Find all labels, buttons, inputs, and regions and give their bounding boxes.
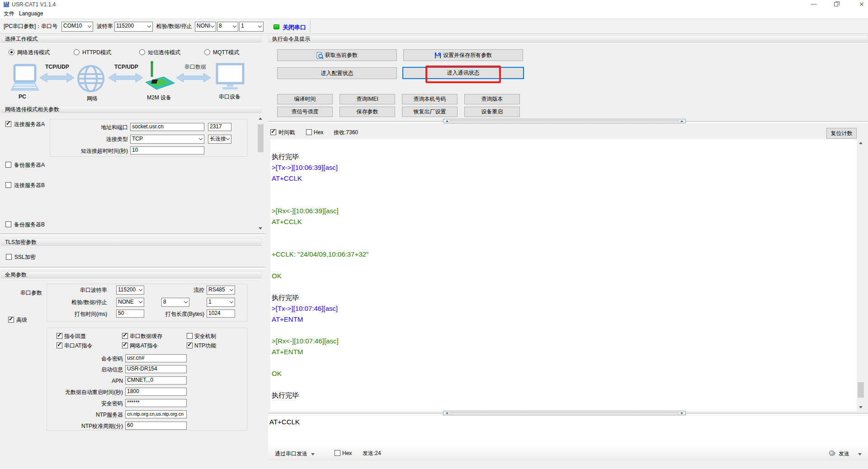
cb-serial-at[interactable] — [57, 342, 62, 348]
ssl-checkbox[interactable] — [6, 254, 12, 260]
splitter-bottom-handle[interactable] — [443, 411, 686, 415]
server-b-checkbox[interactable] — [5, 182, 11, 188]
reset-count-button[interactable]: 复位计数 — [826, 128, 857, 139]
radio-mqtt-mode-label[interactable]: MQTT模式 — [213, 49, 239, 56]
cb-echo-label[interactable]: 指令回显 — [64, 333, 86, 340]
collapse-down-icon[interactable] — [446, 413, 448, 414]
menu-file[interactable]: 文件 — [4, 10, 14, 17]
field-input-2[interactable]: CMNET,,,0 — [125, 376, 187, 385]
ssl-label[interactable]: SSL加密 — [14, 254, 36, 261]
scroll-down-icon[interactable] — [859, 406, 863, 408]
enter-config-button[interactable]: 进入配置状态 — [277, 67, 397, 79]
advanced-label[interactable]: 高级 — [16, 317, 27, 324]
collapse-up-icon[interactable] — [680, 120, 683, 122]
backup-a-label[interactable]: 备份服务器A — [14, 162, 45, 169]
send-hex-checkbox[interactable] — [335, 450, 340, 456]
port-combo[interactable]: COM10 — [61, 22, 93, 32]
packlen-input[interactable]: 1024 — [207, 310, 235, 318]
radio-sms-mode-label[interactable]: 短信透传模式 — [148, 49, 180, 56]
collapse-up-icon[interactable] — [446, 120, 448, 122]
backup-b-checkbox[interactable] — [5, 221, 11, 227]
send-via-dropdown[interactable]: 通过串口发送 — [275, 450, 307, 457]
cmd-query-version-button[interactable]: 查询版本 — [464, 94, 520, 104]
cmd-signal-button[interactable]: 查信号强度 — [277, 107, 333, 117]
send-caret-icon[interactable] — [858, 453, 862, 455]
keep-type-combo[interactable]: 长连接 — [208, 135, 231, 144]
baud-combo[interactable]: 115200 — [114, 22, 153, 32]
stopbits-combo[interactable]: 1 — [239, 22, 264, 32]
log-hex-label[interactable]: Hex — [314, 129, 323, 136]
timestamp-label[interactable]: 时间戳 — [278, 129, 295, 136]
cb-echo[interactable] — [57, 333, 62, 339]
cmd-factory-reset-button[interactable]: 恢复出厂设置 — [402, 107, 458, 117]
databits-combo[interactable]: 8 — [217, 22, 238, 32]
left-scrollbar[interactable] — [258, 115, 264, 232]
parity-combo[interactable]: NONI — [195, 22, 216, 32]
g-stopbits-combo[interactable]: 1 — [207, 298, 235, 307]
splitter-top-handle[interactable] — [443, 119, 686, 123]
set-save-params-button[interactable]: 设置并保存所有参数 — [403, 49, 523, 61]
g-databits-combo[interactable]: 8 — [161, 298, 189, 307]
cmd-query-number-button[interactable]: 查询本机号码 — [402, 94, 458, 104]
server-b-label[interactable]: 连接服务器B — [14, 182, 45, 189]
cb-cache[interactable] — [122, 333, 128, 339]
cmd-save-params-button[interactable]: 保存参数 — [340, 107, 395, 117]
radio-httpd-mode-label[interactable]: HTTPD模式 — [82, 49, 111, 56]
cmd-compile-time-button[interactable]: 编译时间 — [277, 94, 333, 104]
scroll-up-icon[interactable] — [859, 142, 863, 144]
timeout-input[interactable]: 10 — [130, 146, 204, 155]
radio-httpd-mode[interactable] — [74, 49, 80, 55]
close-serial-button[interactable]: 关闭串口 — [283, 24, 306, 31]
field-input-6[interactable]: 60 — [125, 422, 187, 430]
g-parity-combo[interactable]: NONE — [116, 298, 144, 307]
conn-type-combo[interactable]: TCP — [130, 135, 204, 144]
cb-cache-label[interactable]: 串口数据缓存 — [130, 333, 162, 340]
field-input-5[interactable]: cn.ntp.org.cn,us.ntp.org.cn — [125, 410, 187, 418]
log-hex-checkbox[interactable] — [306, 129, 312, 135]
server-a-label[interactable]: 连接服务器A — [14, 121, 45, 128]
backup-a-checkbox[interactable] — [5, 162, 11, 168]
cb-security[interactable] — [187, 333, 193, 339]
scroll-thumb[interactable] — [258, 124, 264, 152]
radio-net-mode-label[interactable]: 网络透传模式 — [17, 49, 50, 56]
minimize-button[interactable]: — — [809, 0, 818, 7]
g-flow-combo[interactable]: RS485 — [207, 286, 235, 295]
cmd-query-imei-button[interactable]: 查询IMEI — [340, 94, 395, 104]
scroll-down-icon[interactable] — [259, 227, 262, 230]
log-textarea[interactable]: 执行完毕 >[Tx->][10:06:39][asc] AT+CCLK >[Rx… — [270, 139, 857, 411]
field-input-3[interactable]: 1800 — [125, 388, 187, 396]
log-scrollbar[interactable] — [857, 139, 864, 411]
get-params-button[interactable]: 获取当前参数 — [277, 49, 397, 61]
field-input-1[interactable]: USR-DR154 — [125, 365, 187, 373]
cb-security-label[interactable]: 安全机制 — [194, 333, 216, 340]
close-button[interactable]: ✕ — [857, 1, 866, 8]
cb-ntp[interactable] — [187, 342, 193, 348]
scroll-thumb[interactable] — [858, 382, 864, 398]
addr-input[interactable]: socket.usr.cn — [130, 123, 204, 131]
send-hex-label[interactable]: Hex — [342, 450, 352, 457]
radio-mqtt-mode[interactable] — [204, 49, 210, 55]
cb-ntp-label[interactable]: NTP功能 — [194, 342, 216, 349]
cb-net-at-label[interactable]: 网络AT指令 — [130, 342, 158, 349]
field-input-0[interactable]: usr.cn# — [125, 354, 187, 362]
radio-sms-mode[interactable] — [139, 49, 145, 55]
collapse-down-icon[interactable] — [680, 413, 683, 414]
g-baud-combo[interactable]: 115200 — [116, 286, 144, 295]
field-input-4[interactable]: ****** — [125, 399, 187, 407]
timestamp-checkbox[interactable] — [270, 129, 276, 135]
restore-button[interactable] — [834, 2, 838, 6]
cb-net-at[interactable] — [122, 342, 128, 348]
cb-serial-at-label[interactable]: 串口AT指令 — [64, 342, 92, 349]
menu-language[interactable]: Language — [19, 10, 43, 17]
cmd-reboot-button[interactable]: 设备重启 — [464, 107, 520, 117]
advanced-checkbox[interactable] — [8, 317, 14, 323]
radio-net-mode[interactable] — [9, 49, 14, 55]
send-textarea[interactable]: AT+CCLK — [268, 416, 868, 446]
port-input[interactable]: 2317 — [208, 123, 231, 131]
send-via-caret-icon[interactable] — [311, 453, 315, 455]
server-a-checkbox[interactable] — [5, 121, 11, 127]
backup-b-label[interactable]: 备份服务器B — [14, 221, 45, 228]
send-button[interactable]: 发送 — [839, 450, 849, 457]
packtime-input[interactable]: 50 — [116, 310, 144, 318]
scroll-up-icon[interactable] — [259, 117, 262, 120]
